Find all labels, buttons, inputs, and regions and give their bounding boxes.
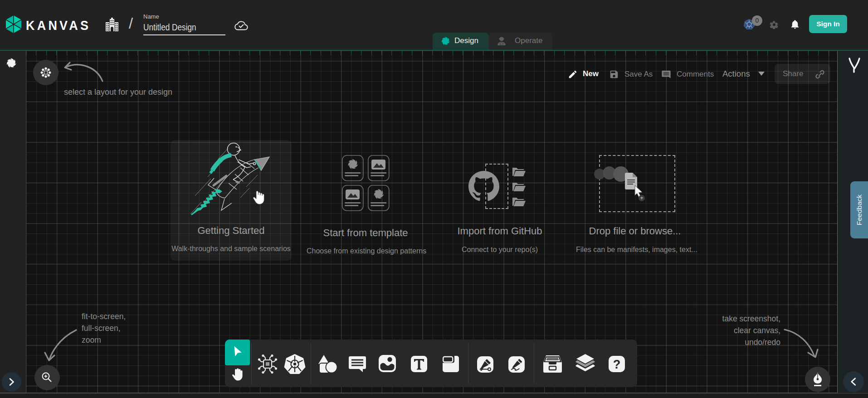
- svg-text:?: ?: [613, 358, 621, 371]
